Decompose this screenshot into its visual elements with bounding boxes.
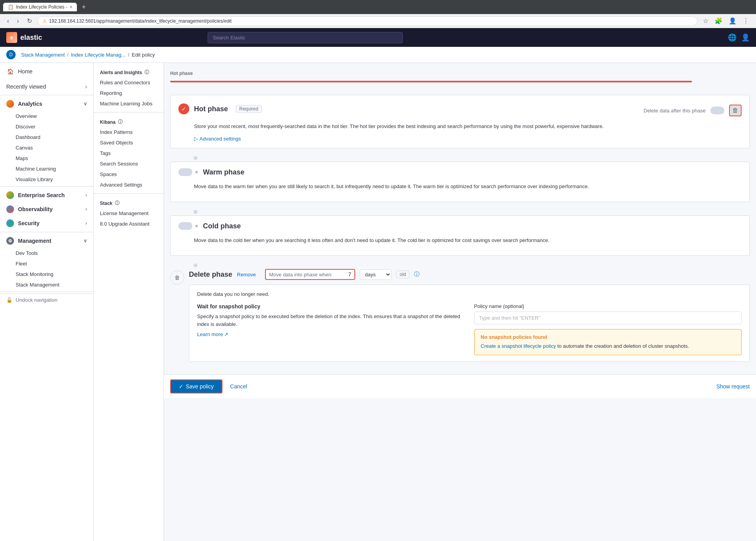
- forward-btn[interactable]: ›: [14, 16, 21, 26]
- move-data-input-group: Move data into phase when:: [265, 269, 355, 280]
- user-avatar-btn[interactable]: 👤: [741, 33, 750, 42]
- analytics-icon: [6, 100, 14, 108]
- days-info-icon[interactable]: ⓘ: [414, 271, 420, 278]
- delete-phase-icon: 🗑: [170, 270, 184, 285]
- show-request-btn[interactable]: Show request: [716, 383, 750, 390]
- warm-phase-header: ✕ Warm phase: [171, 162, 749, 183]
- undock-nav[interactable]: 🔓 Undock navigation: [0, 294, 93, 306]
- flyout-reporting[interactable]: Reporting: [94, 88, 164, 98]
- policy-name-input[interactable]: [474, 311, 742, 324]
- sidebar-item-fleet[interactable]: Fleet: [0, 258, 93, 269]
- sidebar-item-stack-monitoring[interactable]: Stack Monitoring: [0, 269, 93, 279]
- flyout-stack-title: Stack ⓘ: [94, 197, 164, 208]
- create-snapshot-link[interactable]: Create a snapshot lifecycle policy: [481, 343, 556, 349]
- sidebar-category-management[interactable]: ⚙ Management ∨: [0, 234, 93, 248]
- tab-close-btn[interactable]: ×: [69, 4, 72, 10]
- flyout-index-patterns[interactable]: Index Patterns: [94, 127, 164, 137]
- sidebar-item-visualize[interactable]: Visualize Library: [0, 174, 93, 185]
- move-data-value-input[interactable]: [336, 271, 351, 278]
- hot-phase-delete-row: Delete data after this phase 🗑: [644, 105, 742, 116]
- delete-phase-header-row: Delete phase Remove Move data into phase…: [189, 269, 750, 280]
- delete-data-toggle[interactable]: [710, 107, 724, 114]
- profile-btn[interactable]: 👤: [726, 16, 739, 26]
- flyout-search-sessions[interactable]: Search Sessions: [94, 158, 164, 169]
- bookmark-btn[interactable]: ☆: [701, 16, 711, 26]
- lifecycle-content: ✓ Hot phase Required Delete data after t…: [164, 89, 756, 374]
- sidebar-item-devtools[interactable]: Dev Tools: [0, 248, 93, 258]
- address-text: 192.168.164.132:5601/app/management/data…: [49, 18, 692, 24]
- sidebar-category-security[interactable]: Security ›: [0, 216, 93, 230]
- help-btn[interactable]: 🌐: [728, 33, 736, 42]
- sidebar-recently-viewed[interactable]: Recently viewed ›: [0, 80, 93, 93]
- delete-phase-remove-btn[interactable]: Remove: [237, 272, 256, 278]
- new-tab-btn[interactable]: +: [82, 3, 86, 11]
- browser-nav-bar: ‹ › ↻ ⚠ 192.168.164.132:5601/app/managem…: [0, 14, 756, 28]
- extensions-btn[interactable]: 🧩: [712, 16, 725, 26]
- sidebar-item-ml[interactable]: Machine Learning: [0, 164, 93, 174]
- sidebar-item-home[interactable]: 🏠 Home: [0, 64, 93, 78]
- flyout-saved-objects[interactable]: Saved Objects: [94, 137, 164, 148]
- connector-dot-3: [194, 263, 197, 267]
- cold-phase-toggle-switch[interactable]: [178, 222, 192, 230]
- sidebar-item-dashboard[interactable]: Dashboard: [0, 132, 93, 142]
- sidebar-item-maps[interactable]: Maps: [0, 153, 93, 164]
- flyout-divider-1: [94, 112, 164, 112]
- cancel-btn[interactable]: Cancel: [227, 380, 251, 393]
- sidebar-item-discover[interactable]: Discover: [0, 121, 93, 132]
- back-btn[interactable]: ‹: [5, 16, 11, 26]
- save-check-icon: ✓: [179, 383, 183, 390]
- phase-connector-3: [170, 262, 750, 269]
- chevron-right-icon: ▷: [194, 136, 198, 142]
- flyout-license-management[interactable]: License Management: [94, 208, 164, 219]
- warm-phase-description: Move data to the warm tier when you are …: [194, 183, 742, 191]
- sidebar-divider-4: [0, 292, 93, 292]
- sidebar-category-observability[interactable]: Observability ›: [0, 202, 93, 216]
- delete-phase-card: Delete data you no longer need. Wait for…: [189, 285, 750, 362]
- alerts-info-icon: ⓘ: [144, 69, 149, 76]
- breadcrumb-ilm[interactable]: Index Lifecycle Manag...: [71, 52, 126, 58]
- days-unit-select[interactable]: days weeks months years: [360, 269, 391, 280]
- snapshot-right: Policy name (optional) No snapshot polic…: [474, 303, 742, 355]
- save-label: Save policy: [186, 383, 214, 390]
- cold-phase-description: Move data to the cold tier when you are …: [194, 237, 742, 245]
- header-search-input[interactable]: [208, 32, 403, 43]
- move-data-container: Move data into phase when: days weeks mo…: [265, 269, 420, 280]
- flyout-upgrade-assistant[interactable]: 8.0 Upgrade Assistant: [94, 219, 164, 229]
- hot-phase-progress-bar: [170, 81, 692, 82]
- browser-tab[interactable]: 📋 Index Lifecycle Policies - ×: [3, 3, 77, 11]
- learn-more-link[interactable]: Learn more ↗: [197, 331, 228, 337]
- flyout-spaces[interactable]: Spaces: [94, 169, 164, 180]
- sidebar-category-analytics[interactable]: Analytics ∨: [0, 97, 93, 111]
- address-bar[interactable]: ⚠ 192.168.164.132:5601/app/management/da…: [37, 16, 697, 26]
- breadcrumb-stack-management[interactable]: Stack Management: [21, 52, 65, 58]
- flyout-rules-connectors[interactable]: Rules and Connectors: [94, 77, 164, 88]
- sidebar-item-canvas[interactable]: Canvas: [0, 142, 93, 153]
- sidebar-divider-2: [0, 186, 93, 187]
- flyout-ml-jobs[interactable]: Machine Learning Jobs: [94, 98, 164, 109]
- breadcrumb-sep-1: /: [67, 52, 69, 58]
- sidebar-item-stack-management[interactable]: Stack Management: [0, 279, 93, 290]
- snapshot-title: Wait for snapshot policy: [197, 303, 465, 310]
- enterprise-search-label: Enterprise Search: [18, 192, 65, 198]
- cold-phase-header: ✕ Cold phase: [171, 216, 749, 237]
- header-right-actions: 🌐 👤: [728, 33, 750, 42]
- sidebar-home-section: 🏠 Home: [0, 63, 93, 80]
- footer-actions-left: ✓ Save policy Cancel: [170, 379, 250, 393]
- flyout-tags[interactable]: Tags: [94, 148, 164, 158]
- elastic-logo-text: elastic: [20, 34, 42, 42]
- cold-phase-toggle[interactable]: ✕: [178, 222, 198, 230]
- flyout-advanced-settings[interactable]: Advanced Settings: [94, 180, 164, 190]
- menu-btn[interactable]: ⋮: [740, 16, 751, 26]
- sidebar-item-overview[interactable]: Overview: [0, 111, 93, 121]
- reload-btn[interactable]: ↻: [25, 16, 34, 26]
- save-policy-btn[interactable]: ✓ Save policy: [170, 379, 222, 393]
- advanced-settings-link[interactable]: ▷ Advanced settings: [194, 136, 241, 142]
- hot-phase-delete-btn[interactable]: 🗑: [729, 105, 742, 116]
- old-badge: old: [396, 270, 409, 278]
- cold-phase-card: ✕ Cold phase Move data to the cold tier …: [170, 215, 750, 256]
- sidebar-divider-1: [0, 95, 93, 95]
- sidebar-category-enterprise-search[interactable]: Enterprise Search ›: [0, 188, 93, 202]
- cold-phase-title: Cold phase: [203, 222, 241, 230]
- warm-phase-toggle[interactable]: ✕: [178, 168, 198, 176]
- warm-phase-toggle-switch[interactable]: [178, 168, 192, 176]
